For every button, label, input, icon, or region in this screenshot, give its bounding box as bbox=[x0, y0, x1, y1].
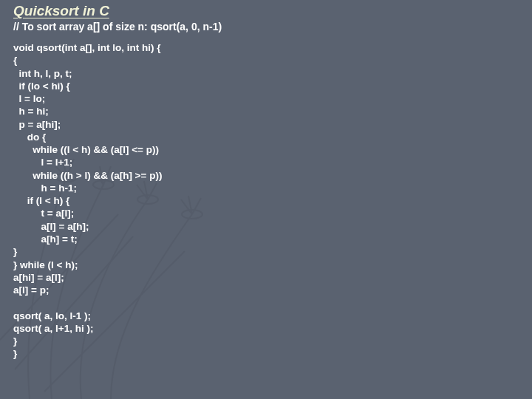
slide-content: Quicksort in C // To sort array a[] of s… bbox=[0, 0, 532, 368]
code-block: void qsort(int a[], int lo, int hi) { { … bbox=[13, 41, 519, 361]
slide-comment: // To sort array a[] of size n: qsort(a,… bbox=[13, 21, 519, 33]
slide-title: Quicksort in C bbox=[13, 3, 519, 19]
